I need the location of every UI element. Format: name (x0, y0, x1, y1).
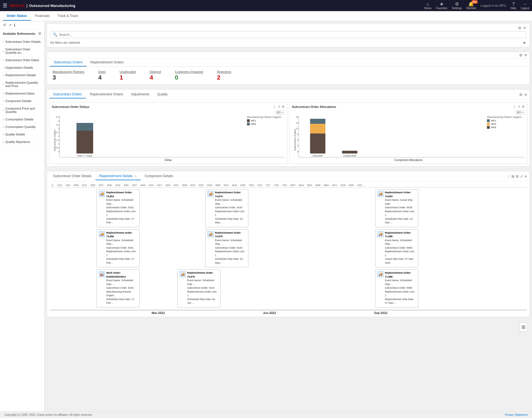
worklist-nav[interactable]: 🔔 30+ Worklist (466, 1, 476, 10)
sidebar-item-subcontract-quantity[interactable]: › Subcontract Order Quantity an... (0, 46, 44, 56)
sidebar-item-subcontract-dates[interactable]: › Subcontract Order Dates (0, 56, 44, 64)
settings-nav[interactable]: ⚙ Settings (452, 1, 462, 10)
chevron-right-icon: › (3, 59, 4, 62)
footer: Copyright (c) 1998, 2020, Oracle and/or … (0, 411, 532, 418)
logout-nav[interactable]: → Logout (521, 2, 529, 10)
timeline-card-71988b[interactable]: 🚚 Replenishment Order: 71,988 Event Name… (375, 269, 418, 308)
timeline-card-74856[interactable]: 🚚 Replenishment Order: 74,856 Event Name… (96, 229, 140, 268)
tab-replenishment-orders-stats[interactable]: Replenishment Orders (86, 59, 128, 66)
stat-unallocated: Unallocated 1 (120, 70, 136, 81)
card-content: Replenishment Order: 71,988 Event Name: … (385, 271, 416, 305)
tab-track-trace[interactable]: Track & Trace (54, 12, 82, 21)
search-panel-settings-icon[interactable]: ⚙ (518, 26, 521, 30)
open-label[interactable]: Open (98, 70, 106, 73)
delayed-label[interactable]: Delayed (150, 70, 161, 73)
help-nav[interactable]: ? Help (511, 2, 516, 10)
search-input[interactable] (59, 33, 524, 37)
unallocated-label[interactable]: Unallocated (120, 70, 136, 73)
tab-subcontract-orders-chart[interactable]: Subcontract Orders (49, 91, 86, 98)
timeline-spacer-r2-3 (251, 229, 373, 268)
timeline-spacer-r3-1 (50, 269, 94, 308)
info-icon[interactable]: ℹ (14, 23, 15, 27)
tab-replenishment-details[interactable]: Replenishment Details ✕ (95, 172, 141, 180)
month-spacer-1 (50, 311, 130, 315)
sidebar-item-subcontract-details[interactable]: › Subcontract Order Details (0, 38, 44, 46)
manufacturing-partners-value: 3 (53, 74, 84, 81)
details-dots-icon[interactable]: ⋮ (507, 174, 510, 179)
home-nav[interactable]: ⌂ Home (424, 2, 432, 10)
stats-close-icon[interactable]: ✕ (524, 53, 527, 57)
tab-quality[interactable]: Quality (153, 91, 171, 98)
sidebar-item-quality-details[interactable]: › Quality Details (0, 131, 44, 138)
sidebar-item-consumption-quantity[interactable]: › Consumption Quantity (0, 123, 44, 131)
alloc-chart-dots-icon[interactable]: ⋮ (513, 105, 516, 109)
delay-chart-dots-icon[interactable]: ⋮ (273, 105, 276, 109)
search-panel-close-icon[interactable]: ✕ (523, 26, 526, 30)
details-settings-icon[interactable]: ⚙ (516, 174, 519, 179)
truck-icon: 🚚 (377, 271, 383, 277)
sidebar-label: Component Details (5, 99, 31, 103)
main-tab-bar: Order Status Financials Track & Trace (0, 11, 532, 21)
bookmark-icon[interactable]: ★ (523, 41, 526, 45)
sidebar-item-replenishment-details[interactable]: › Replenishment Details (0, 71, 44, 79)
timeline-card-71988a[interactable]: 🚚 Replenishment Order: 71,988 Event Name… (375, 229, 418, 268)
unallocated-value: 1 (120, 74, 136, 81)
stats-row: Manufacturing Partners 3 Open 4 Unalloca… (47, 67, 529, 85)
tab-replenishment-orders-chart[interactable]: Replenishment Orders (86, 91, 127, 98)
sidebar-item-component-details[interactable]: › Component Details (0, 97, 44, 105)
share-icon[interactable]: ↗ (8, 23, 12, 27)
sidebar-item-component-price-qty[interactable]: › Component Price and Quantity (0, 105, 44, 116)
grid-icon[interactable]: ⊞ (519, 323, 528, 332)
sidebar-item-replenishment-dates[interactable]: › Replenishment Dates (0, 90, 44, 97)
legend-color-alloc-mp6 (487, 126, 490, 129)
alloc-x-label: Allocated (312, 154, 323, 157)
tab-component-details[interactable]: Component Details (141, 172, 177, 180)
favorites-nav[interactable]: ★ Favorites (436, 1, 447, 10)
details-close-icon[interactable]: ✕ (524, 174, 527, 179)
undo-icon[interactable]: ↺ (3, 23, 6, 27)
oracle-text: ORACLE (9, 4, 25, 8)
tab-order-status[interactable]: Order Status (3, 12, 31, 21)
timeline-card-wo81505[interactable]: 🏭 Work Order: 81505233610814 Event Name:… (96, 269, 140, 308)
footer-privacy[interactable]: Privacy Statement (505, 413, 528, 416)
delay-chart-expand-icon[interactable]: ⤢ (278, 105, 281, 109)
sidebar-item-replenishment-qty-price[interactable]: › Replenishment Quantity and Price (0, 79, 44, 90)
sidebar-settings-icon[interactable]: ⚙ (38, 31, 41, 36)
alloc-chart-close-icon[interactable]: ✕ (522, 105, 525, 109)
card-header: 🚚 Replenishment Order: 74,875 Event Name… (207, 231, 246, 265)
timeline-card-74874[interactable]: 🚚 Replenishment Order: 74,874 Event Name… (205, 189, 248, 227)
charts-settings-icon[interactable]: ⚙ (519, 93, 523, 97)
worklist-label: Worklist (466, 7, 476, 10)
card-content: Work Order: 81505233610814 Event Name: S… (106, 271, 137, 305)
timeline-card-74875[interactable]: 🚚 Replenishment Order: 74,875 Event Name… (205, 229, 248, 268)
sidebar-item-quality-rejections[interactable]: › Quality Rejections (0, 138, 44, 146)
legend-alloc-mp1: MP1 (487, 119, 523, 122)
charts-close-icon[interactable]: ✕ (524, 93, 527, 97)
stats-settings-icon[interactable]: ⚙ (519, 53, 523, 57)
tab-subcontract-order-details[interactable]: Subcontract Order Details (49, 172, 95, 180)
details-expand-icon[interactable]: ⤢ (520, 174, 523, 179)
timeline-card-74653[interactable]: 🚚 Replenishment Order: 74,653 Event Name… (375, 189, 418, 227)
details-table-icon[interactable]: ⊞ (511, 174, 514, 179)
manufacturing-partners-label[interactable]: Manufacturing Partners (53, 70, 84, 73)
alloc-m3-badge[interactable]: M3 > (515, 110, 525, 115)
bar-mp6 (76, 123, 93, 131)
delay-bars-area: Past 7+ Days Manufacturing Partner Organ… (60, 116, 285, 157)
delay-m3-badge[interactable]: M3 > (275, 110, 285, 115)
timeline-card-74878[interactable]: 🚚 Replenishment Order: 74,878 Event Name… (177, 269, 221, 308)
sidebar-item-consumption-details[interactable]: › Consumption Details (0, 116, 44, 123)
delay-chart-close-icon[interactable]: ✕ (282, 105, 285, 109)
hamburger-menu[interactable]: ☰ (3, 3, 7, 9)
customers-impacted-label[interactable]: Customers Impacted (175, 70, 203, 73)
alloc-chart-expand-icon[interactable]: ⤢ (518, 105, 521, 109)
timeline-card-74854[interactable]: 🚚 Replenishment Order: 74,854 Event Name… (96, 189, 140, 227)
tab-adjustments[interactable]: Adjustments (127, 91, 153, 98)
app-logo: ORACLE | Outsourced Manufacturing (9, 3, 75, 8)
replenishment-tab-close[interactable]: ✕ (135, 175, 137, 178)
sidebar-label: Component Price and Quantity (5, 107, 41, 113)
tab-financials[interactable]: Financials (31, 12, 54, 21)
sidebar-item-organization-details[interactable]: › Organization Details (0, 64, 44, 71)
card-content: Replenishment Order: 74,874 Event Name: … (215, 191, 246, 225)
rejections-label[interactable]: Rejections (217, 70, 231, 73)
tab-subcontract-orders[interactable]: Subcontract Orders (50, 59, 86, 66)
